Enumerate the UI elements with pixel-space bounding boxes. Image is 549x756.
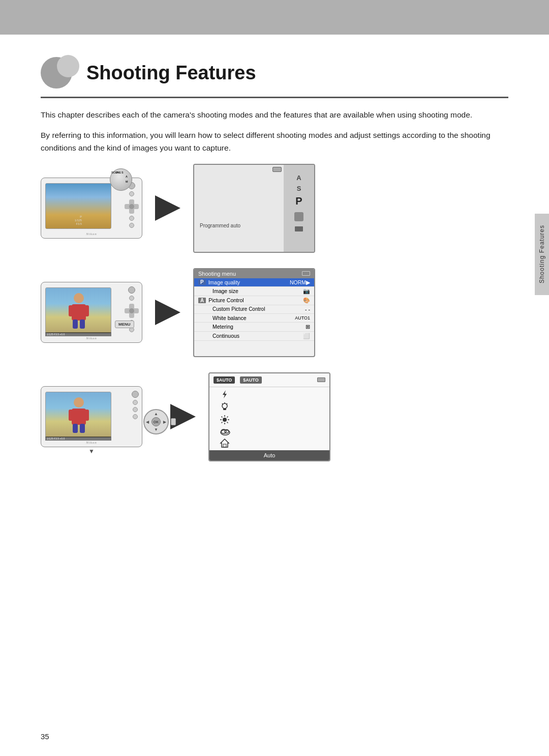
illustrations-container: P1/125F3.5 Nikon — [41, 164, 508, 461]
ctrl-button-2-2 — [129, 296, 134, 301]
camera-1-screen-content: P1/125F3.5 — [46, 184, 111, 228]
menu-row-3-left: A Picture Control — [198, 297, 244, 303]
menu-header-title: Shooting menu — [198, 271, 236, 277]
camera-2-bottom-bar: 1/125 F3.5 +0.0 — [45, 332, 111, 336]
menu-row-3-value: 🎨 — [303, 297, 310, 304]
wb-sauto-1: $AUTO — [214, 376, 235, 384]
svg-line-19 — [227, 416, 228, 417]
nav-down-arrow: ▼ — [154, 427, 158, 432]
person-svg-3 — [64, 396, 94, 434]
mode-label-scene: SCENE — [111, 171, 121, 174]
ok-button[interactable]: OK — [151, 417, 161, 426]
menu-button[interactable]: MENU — [115, 321, 134, 328]
nav-wheel-outer: ▲ ▼ ◀ ▶ OK — [143, 409, 169, 434]
wb-panel-outer: $AUTO $AUTO — [208, 372, 330, 461]
nav-up-arrow: ▲ — [154, 412, 158, 416]
mode-letter-p-active: P — [295, 195, 302, 207]
chapter-icon — [41, 55, 81, 91]
svg-rect-3 — [85, 410, 89, 421]
menu-header: Shooting menu — [194, 269, 314, 278]
menu-row-3: A Picture Control 🎨 — [194, 296, 314, 305]
wb-icon-bulb — [220, 402, 319, 412]
nav-left-arrow: ◀ — [146, 420, 149, 424]
ctrl-button-2-1 — [128, 286, 135, 294]
camera-3-controls — [132, 391, 139, 419]
ctrl-dpad-1 — [125, 199, 139, 214]
ctrl-button-3-4 — [133, 414, 138, 419]
menu-row-2: Image size 📷 — [194, 287, 314, 296]
person-leg-right — [80, 319, 85, 329]
mode-panel-battery — [272, 167, 282, 172]
svg-line-11 — [222, 403, 223, 404]
menu-row-4: Custom Picture Control - - — [194, 305, 314, 314]
svg-line-20 — [222, 422, 223, 423]
arrow-2-shape — [155, 300, 180, 325]
mode-label-s: S — [121, 171, 124, 174]
camera-2-bottom-bar-text: 1/125 F3.5 +0.0 — [47, 333, 65, 336]
menu-row-6-value: ⊞ — [306, 324, 310, 330]
ctrl-button-3-2 — [133, 400, 138, 405]
ok-button-label: OK — [154, 420, 159, 424]
svg-point-12 — [223, 418, 227, 422]
intro-paragraph-2: By referring to this information, you wi… — [41, 129, 508, 155]
menu-row-7: Continuous ⬜ — [194, 332, 314, 341]
menu-row-2-value: 📷 — [303, 288, 310, 295]
circle-small-icon — [57, 55, 79, 77]
menu-battery — [302, 271, 310, 276]
svg-line-18 — [227, 422, 228, 423]
mode-icon-square — [294, 212, 303, 221]
ctrl-button-4 — [129, 223, 134, 228]
down-arrow-indicator: ▼ — [88, 448, 95, 455]
nikon-logo-2: Nikon — [86, 336, 97, 340]
camera-3-screen — [45, 392, 111, 438]
camera-3-bottom-bar: 1/125 F3.5 +0.0 — [45, 437, 111, 441]
person-body — [72, 304, 86, 321]
mode-panel-right: A S P — [284, 165, 314, 252]
wb-icon-house — [220, 438, 319, 448]
svg-line-10 — [227, 403, 227, 404]
ctrl-button-3-1 — [132, 391, 139, 398]
nikon-logo-3: Nikon — [86, 441, 97, 445]
menu-row-1-left: P Image quality — [198, 279, 240, 285]
wb-top-row: $AUTO $AUTO — [209, 373, 329, 387]
ctrl-dpad-center-2 — [129, 308, 134, 313]
wb-icon-cloud — [220, 427, 319, 435]
small-button-right — [171, 418, 176, 425]
camera-2-body: P 1/125 F3.5 ISO125 1/125 F3.5 +0.0 — [41, 282, 142, 343]
svg-rect-5 — [80, 424, 85, 433]
mode-panel-inner: Programmed auto A S P — [194, 165, 314, 252]
mode-dial: P S A M SCENE — [110, 168, 132, 191]
svg-line-17 — [222, 416, 223, 417]
mode-selector-panel: Programmed auto A S P — [193, 164, 315, 253]
person-svg — [64, 292, 94, 330]
wb-panel-inner: $AUTO $AUTO — [209, 373, 329, 460]
menu-row-7-value: ⬜ — [303, 333, 310, 339]
person-arm-left — [69, 305, 73, 316]
menu-row-5-label: White balance — [198, 315, 247, 321]
mode-icon-rect — [295, 226, 303, 231]
wb-footer: Auto — [209, 450, 329, 460]
arrow-1 — [152, 195, 183, 221]
person-screen-3 — [46, 392, 111, 437]
menu-row-7-label: Continuous — [198, 333, 239, 339]
chapter-header: Shooting Features — [41, 55, 508, 98]
illustration-row-2: P 1/125 F3.5 ISO125 1/125 F3.5 +0.0 — [41, 268, 508, 357]
svg-rect-8 — [223, 409, 226, 410]
shooting-menu-panel: Shooting menu P Image quality NORM▶ Imag… — [193, 268, 315, 357]
page-content: Shooting Features This chapter describes… — [0, 35, 549, 482]
person-arm-right — [85, 305, 89, 316]
mode-label-a: A — [126, 175, 128, 178]
arrow-3-shape — [170, 404, 196, 429]
top-bar — [0, 0, 549, 35]
svg-point-0 — [74, 397, 84, 408]
svg-rect-1 — [72, 409, 86, 425]
page-number: 35 — [41, 732, 49, 741]
svg-marker-24 — [221, 439, 229, 447]
svg-marker-6 — [223, 390, 227, 398]
ctrl-dpad-center-1 — [129, 204, 134, 209]
menu-row-1-value: NORM▶ — [290, 279, 310, 285]
svg-point-7 — [222, 403, 227, 409]
wb-sauto-2: $AUTO — [240, 376, 261, 384]
arrow-3 — [168, 404, 198, 429]
mode-panel-programmed-label: Programmed auto — [198, 222, 242, 229]
